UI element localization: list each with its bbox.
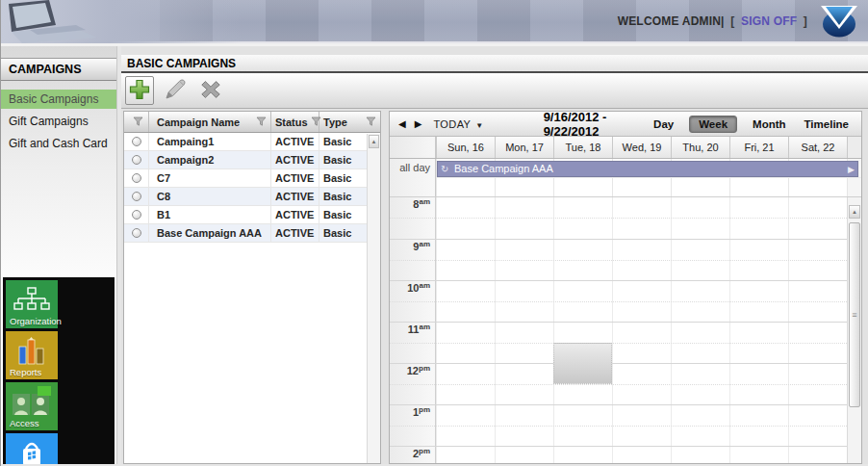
tile-access[interactable]: Access [6, 382, 58, 430]
time-cell[interactable] [553, 405, 612, 446]
time-cell[interactable] [495, 197, 553, 239]
time-cell[interactable] [495, 281, 553, 322]
time-cell[interactable] [436, 281, 495, 322]
time-cell[interactable] [612, 240, 671, 280]
filter-funnel-icon[interactable] [256, 116, 267, 128]
view-button-timeline[interactable]: Timeline [802, 116, 852, 132]
view-button-day[interactable]: Day [651, 116, 677, 132]
table-row[interactable]: C8ACTIVEBasic [124, 188, 367, 206]
time-cell[interactable] [612, 323, 671, 363]
scroll-up-arrow[interactable]: ▲ [849, 205, 860, 219]
sidebar-item-basic-campaigns[interactable]: Basic Campaigns [1, 90, 116, 109]
time-cell[interactable] [729, 240, 788, 280]
time-cell[interactable] [671, 364, 729, 404]
sign-off-link[interactable]: SIGN OFF [741, 14, 797, 28]
table-scrollbar[interactable]: ▲ [367, 134, 380, 463]
tile-reports[interactable]: Reports [6, 331, 58, 379]
row-radio-button[interactable] [132, 155, 141, 165]
time-cell[interactable] [729, 447, 788, 463]
all-day-event[interactable]: ↻ Base Campaign AAA ▶ [437, 161, 858, 177]
row-radio-button[interactable] [132, 210, 141, 220]
time-cell[interactable] [729, 364, 788, 404]
time-cell[interactable] [436, 405, 495, 446]
tile-campaigns[interactable]: Campaigns [6, 433, 58, 464]
time-cell[interactable] [612, 281, 671, 322]
time-cell[interactable] [612, 364, 671, 404]
sidebar-item-gift-and-cash-card[interactable]: Gift and Cash Card [1, 134, 116, 153]
view-button-month[interactable]: Month [750, 116, 788, 132]
time-cell[interactable] [495, 364, 553, 404]
time-cell[interactable] [612, 197, 671, 239]
table-row[interactable]: C7ACTIVEBasic [124, 169, 367, 188]
time-cell[interactable] [436, 197, 495, 239]
day-header-sun-16[interactable]: Sun, 16 [436, 137, 495, 158]
time-cell[interactable] [671, 447, 729, 463]
time-cell[interactable] [671, 240, 729, 280]
time-cell[interactable] [788, 323, 847, 363]
time-cell[interactable] [788, 364, 847, 404]
today-button[interactable]: TODAY▼ [433, 118, 483, 130]
view-button-week[interactable]: Week [689, 116, 737, 133]
time-cell[interactable] [612, 447, 671, 463]
time-cell[interactable] [729, 323, 788, 363]
time-cell[interactable] [671, 197, 729, 239]
next-week-button[interactable]: ▶ [415, 118, 422, 129]
row-radio-button[interactable] [132, 228, 141, 238]
hour-row-10am: 10am [390, 280, 861, 322]
time-cell[interactable] [553, 281, 612, 322]
edit-button[interactable] [161, 76, 190, 105]
time-cell[interactable] [553, 240, 612, 280]
calendar-scrollbar[interactable]: ▲ [847, 197, 861, 463]
time-cell[interactable] [671, 405, 729, 446]
prev-week-button[interactable]: ◀ [398, 118, 406, 129]
time-cell[interactable] [436, 364, 495, 404]
time-cell[interactable] [788, 281, 847, 322]
time-cell[interactable] [729, 281, 788, 322]
time-cell[interactable] [671, 323, 729, 363]
table-row[interactable]: Campaign2ACTIVEBasic [124, 151, 367, 169]
time-cell[interactable] [436, 323, 495, 363]
time-cell[interactable] [495, 447, 553, 463]
add-button[interactable] [125, 76, 154, 105]
table-row[interactable]: Base Campaign AAAACTIVEBasic [124, 224, 367, 243]
table-row[interactable]: Campaing1ACTIVEBasic [124, 133, 367, 151]
scroll-thumb[interactable] [849, 222, 860, 407]
time-cell[interactable] [788, 447, 847, 463]
time-cell[interactable] [612, 405, 671, 446]
sidebar-item-gift-campaigns[interactable]: Gift Campaigns [1, 112, 116, 131]
time-cell[interactable] [671, 281, 729, 322]
delete-button[interactable] [196, 76, 225, 105]
day-header-tue-18[interactable]: Tue, 18 [553, 137, 612, 158]
time-cell[interactable] [729, 405, 788, 446]
tile-organization[interactable]: Organization [6, 280, 58, 328]
day-header-sat-22[interactable]: Sat, 22 [788, 137, 847, 158]
time-cell[interactable] [788, 405, 847, 446]
column-header-type[interactable]: Type [319, 112, 380, 132]
column-header-status[interactable]: Status [271, 112, 319, 132]
time-cell[interactable] [788, 197, 847, 239]
table-row[interactable]: B1ACTIVEBasic [124, 206, 367, 224]
row-radio-button[interactable] [132, 137, 141, 146]
campaign-name-cell: Base Campaign AAA [149, 224, 271, 242]
time-cell[interactable] [553, 447, 612, 463]
column-header-select[interactable] [124, 112, 149, 132]
time-cell[interactable] [729, 197, 788, 239]
time-cell[interactable] [788, 240, 847, 280]
time-cell[interactable] [495, 240, 553, 280]
row-radio-button[interactable] [132, 192, 141, 201]
day-header-fri-21[interactable]: Fri, 21 [729, 137, 788, 158]
time-cell[interactable] [436, 240, 495, 280]
filter-funnel-icon[interactable] [366, 116, 376, 128]
day-header-thu-20[interactable]: Thu, 20 [671, 137, 729, 158]
filter-funnel-icon[interactable] [133, 116, 143, 128]
scroll-up-arrow[interactable]: ▲ [369, 135, 379, 148]
row-radio-button[interactable] [132, 173, 141, 183]
day-header-wed-19[interactable]: Wed, 19 [612, 137, 671, 158]
time-slot-selection[interactable] [553, 343, 612, 384]
day-header-mon-17[interactable]: Mon, 17 [495, 137, 553, 158]
time-cell[interactable] [553, 197, 612, 239]
time-cell[interactable] [495, 323, 553, 363]
column-header-campaign-name[interactable]: Campaign Name [149, 112, 271, 132]
time-cell[interactable] [436, 447, 495, 463]
time-cell[interactable] [495, 405, 553, 446]
